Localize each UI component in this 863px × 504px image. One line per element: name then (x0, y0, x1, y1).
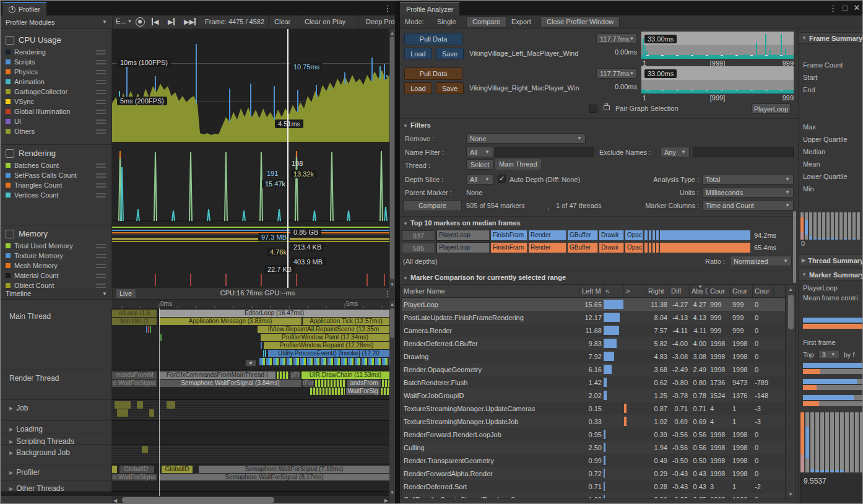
deep-profile-button[interactable]: Deep Profile (361, 15, 395, 28)
drag-handle-icon[interactable] (96, 119, 106, 124)
load-button-0[interactable]: Load (404, 48, 432, 59)
timeline-segment[interactable] (160, 334, 162, 341)
module-title-0[interactable]: CPU Usage (1, 32, 112, 47)
load-button-1[interactable]: Load (404, 82, 432, 94)
timeline-segment[interactable]: GlobalID (162, 466, 193, 473)
drag-handle-icon[interactable] (96, 163, 106, 168)
drag-handle-icon[interactable] (96, 100, 106, 104)
table-row[interactable]: PostLateUpdate.FinishFrameRendering12.17… (402, 311, 785, 324)
clear-on-play-button[interactable]: Clear on Play (300, 15, 350, 28)
timeline-segment[interactable]: orLoop (1.6 (112, 310, 157, 317)
legend-others[interactable]: Others (1, 126, 112, 136)
thread-lane-3[interactable] (112, 421, 389, 433)
legend-texture-memory[interactable]: Texture Memory (1, 251, 112, 261)
table-row[interactable]: PlayerLoop15.6511.38-4.274.279999990 (402, 298, 785, 311)
table-row[interactable]: WaitForJobGroupID2.021.25-0.780.78152413… (402, 389, 785, 402)
frame-histogram-1[interactable]: 33.00ms (641, 66, 794, 93)
thread-label-job[interactable]: ▶Job (1, 400, 112, 421)
column-header-5[interactable]: Diff (669, 285, 690, 297)
cpu-usage-chart[interactable]: 10ms (100FPS) 5ms (200FPS) 10.75ms 4.51m… (112, 29, 389, 142)
timeline-segment[interactable] (149, 409, 154, 417)
legend-vsync[interactable]: VSync (1, 97, 112, 106)
table-row[interactable]: Render.OpaqueGeometry6.163.68-2.492.4919… (402, 363, 785, 376)
drag-handle-icon[interactable] (96, 110, 106, 114)
close-profiler-window-button[interactable]: Close Profiler Window (540, 16, 620, 27)
profiler-modules-dropdown[interactable]: Profiler Modules▼ (1, 15, 112, 28)
timeline-segment[interactable]: tFor (303, 380, 314, 387)
table-row[interactable]: RenderForwardAlpha.Render0.720.29-0.430.… (402, 467, 785, 480)
mode-single-button[interactable]: Single (432, 15, 461, 28)
marker-table-header[interactable]: Marker NameLeft M<>RightDiffAbs D▼CourCo… (402, 285, 785, 298)
thread-label-other-threads[interactable]: ▶Other Threads (1, 480, 112, 492)
table-row[interactable]: Render.TransparentGeometry0.990.49-0.500… (402, 454, 785, 467)
scroll-down-icon[interactable]: ▼ (786, 492, 795, 497)
top10-marker-segment[interactable]: Drawii (599, 243, 624, 253)
thread-label-render-thread[interactable]: Render Thread (1, 370, 112, 400)
table-scrollbar[interactable]: ▲ ▼ (786, 284, 796, 499)
drag-handle-icon[interactable] (96, 80, 106, 84)
name-filter-mode-dropdown[interactable]: All▼ (466, 147, 493, 157)
timeline-segment[interactable] (382, 380, 389, 387)
last-frame-button[interactable]: ▶▶ (184, 18, 196, 26)
tab-profile-analyzer[interactable]: Profile Analyzer (400, 2, 459, 15)
timeline-segment[interactable] (265, 350, 266, 357)
legend-scripts[interactable]: Scripts (1, 57, 112, 67)
timeline-segment[interactable]: GlobalID: (119, 466, 154, 473)
thread-select-button[interactable]: Select (466, 159, 493, 170)
clear-button[interactable]: Clear (269, 15, 295, 28)
table-row[interactable]: TextureStreamingManager.UpdateCameras0.1… (402, 402, 785, 415)
thread-lane-6[interactable]: GlobalID:GlobalIDSemaphore.WaitForSignal… (112, 464, 389, 480)
column-header-8[interactable]: Cour (731, 285, 753, 297)
legend-physics[interactable]: Physics (1, 67, 112, 77)
timeline-segment[interactable] (310, 388, 345, 395)
auto-depth-checkbox[interactable] (498, 175, 506, 183)
save-button-1[interactable]: Save (436, 82, 464, 94)
marker-columns-dropdown[interactable]: Time and Count▼ (702, 200, 794, 211)
timeline-segment[interactable] (261, 342, 262, 349)
save-button-0[interactable]: Save (436, 48, 464, 59)
timeline-segment[interactable] (142, 446, 148, 453)
frame-summary-histogram[interactable] (800, 212, 863, 240)
scroll-left-icon[interactable]: ◀ (113, 498, 117, 503)
timeline-kebab-icon[interactable]: ⋮ (383, 289, 392, 298)
timeline-segment[interactable] (148, 326, 149, 333)
next-frame-button[interactable]: ▶ (168, 18, 175, 26)
timeline-hscrollbar[interactable]: ◀ ▶ (112, 496, 389, 504)
column-header-0[interactable]: Marker Name (402, 285, 580, 297)
column-header-7[interactable]: Cour (708, 285, 731, 297)
pair-graph-checkbox[interactable] (589, 105, 597, 113)
legend-animation[interactable]: Animation (1, 77, 112, 87)
frame-selection-line[interactable] (287, 29, 288, 288)
column-header-9[interactable]: Cour (753, 285, 774, 297)
legend-batches-count[interactable]: Batches Count (1, 160, 112, 170)
table-row[interactable]: CullResults.CreateSharedRendererScene1.0… (402, 493, 785, 499)
table-row[interactable]: TextureStreamingManager.UpdateJob0.331.0… (402, 415, 785, 428)
legend-vertices-count[interactable]: Vertices Count (1, 190, 112, 200)
column-header-6[interactable]: Abs D▼ (690, 285, 708, 297)
thread-label-background-job[interactable]: ▶Background Job (1, 445, 112, 464)
main-vscroll-thumb[interactable] (793, 211, 796, 283)
timeline-segment[interactable]: IlView.RepaintAll.RepaintScene (12.35m (258, 326, 389, 333)
compare-button[interactable]: Compare (403, 200, 462, 211)
timeline-segment[interactable] (146, 326, 147, 333)
frame-index-button[interactable]: 937 (402, 230, 435, 241)
timeline-segment[interactable]: mandsFromM (112, 371, 157, 379)
legend-global-illumination[interactable]: Global Illumination (1, 106, 112, 116)
record-button[interactable] (136, 17, 145, 27)
table-row[interactable]: Drawing7.924.83-3.083.08199819980 (402, 350, 785, 363)
top-count-dropdown[interactable]: 3▼ (818, 350, 839, 359)
pull-data-button-1[interactable]: Pull Data (404, 67, 462, 80)
top10-marker-segment[interactable]: Render (529, 243, 566, 253)
timeline-segment[interactable]: Application.Tick (12.57ms) (303, 318, 389, 325)
table-row[interactable]: Camera.Render11.687.57-4.114.119999990 (402, 324, 785, 337)
range-dropdown-1[interactable]: 117.77ms▼ (596, 68, 637, 79)
timeline-segment[interactable] (315, 380, 346, 387)
drag-handle-icon[interactable] (96, 274, 106, 278)
top10-marker-segment[interactable]: FinishFram (491, 230, 527, 240)
column-header-3[interactable]: > (624, 285, 646, 297)
thread-summary-header[interactable]: ▶Thread Summary (799, 254, 863, 266)
profiler-menu-kebab-icon[interactable]: ⋮ (383, 4, 392, 13)
ratio-dropdown[interactable]: Normalized▼ (730, 256, 792, 266)
table-row[interactable]: RenderDeferred.GBuffer9.835.82-4.004.001… (402, 337, 785, 350)
table-row[interactable]: RenderForward.RenderLoopJob0.950.39-0.56… (402, 428, 785, 441)
